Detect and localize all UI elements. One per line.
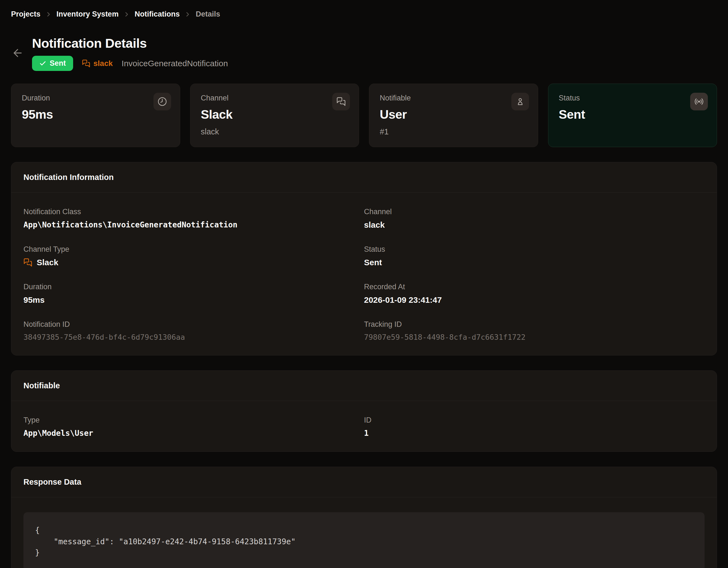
badge-row: Sent slack InvoiceGeneratedNotification: [32, 56, 228, 71]
field-label: Tracking ID: [364, 320, 705, 329]
stat-card-notifiable: Notifiable User #1: [369, 84, 538, 147]
stat-label: Channel: [201, 94, 349, 102]
stat-subtext: #1: [380, 127, 527, 136]
field-label: ID: [364, 416, 705, 424]
field-status: Status Sent: [364, 245, 705, 267]
field-label: Channel: [364, 208, 705, 216]
chat-bubbles-icon: [23, 258, 32, 267]
stat-subtext: slack: [201, 127, 349, 136]
channel-badge: slack: [82, 59, 113, 68]
notification-information-panel: Notification Information Notification Cl…: [11, 162, 717, 355]
stat-value: 95ms: [22, 107, 169, 122]
chevron-right-icon: [184, 11, 191, 18]
breadcrumb-item-details: Details: [196, 10, 220, 18]
field-notifiable-type: Type App\Models\User: [23, 416, 364, 438]
response-json-code: { "message_id": "a10b2497-e242-4b74-9158…: [23, 512, 705, 568]
field-value: slack: [364, 220, 705, 230]
field-channel-type: Channel Type Slack: [23, 245, 364, 267]
panel-title: Notifiable: [11, 371, 717, 401]
field-tracking-id: Tracking ID 79807e59-5818-4498-8cfa-d7c6…: [364, 320, 705, 341]
field-recorded-at: Recorded At 2026-01-09 23:41:47: [364, 283, 705, 305]
page-header: Notification Details Sent slack InvoiceG…: [11, 36, 717, 71]
notifiable-panel: Notifiable Type App\Models\User ID 1: [11, 370, 717, 452]
stat-label: Notifiable: [380, 94, 527, 102]
arrow-left-icon: [12, 47, 24, 59]
field-duration: Duration 95ms: [23, 283, 364, 305]
field-notification-id: Notification ID 38497385-75e8-476d-bf4c-…: [23, 320, 364, 341]
breadcrumb-item-inventory-system[interactable]: Inventory System: [57, 10, 119, 18]
notification-details-page: Projects Inventory System Notifications …: [0, 0, 728, 568]
stat-label: Duration: [22, 94, 169, 102]
stat-value: User: [380, 107, 527, 122]
field-label: Notification ID: [23, 320, 364, 329]
field-value: App\Models\User: [23, 429, 364, 438]
field-channel: Channel slack: [364, 208, 705, 230]
field-notification-class: Notification Class App\Notifications\Inv…: [23, 208, 364, 230]
notification-class-name: InvoiceGeneratedNotification: [122, 59, 228, 68]
chevron-right-icon: [123, 11, 130, 18]
field-value: Sent: [364, 258, 705, 267]
stat-value: Sent: [559, 107, 706, 122]
broadcast-icon: [690, 93, 708, 110]
breadcrumb: Projects Inventory System Notifications …: [11, 10, 717, 18]
field-value: 95ms: [23, 295, 364, 305]
stat-label: Status: [559, 94, 706, 102]
breadcrumb-item-notifications[interactable]: Notifications: [135, 10, 180, 18]
field-value: Slack: [23, 258, 364, 267]
field-label: Duration: [23, 283, 364, 291]
user-icon: [511, 93, 529, 110]
channel-badge-label: slack: [94, 59, 113, 68]
field-label: Recorded At: [364, 283, 705, 291]
clock-icon: [153, 93, 171, 110]
stat-card-channel: Channel Slack slack: [190, 84, 359, 147]
back-button[interactable]: [11, 47, 24, 60]
chat-bubbles-icon: [82, 59, 90, 68]
response-data-panel: Response Data { "message_id": "a10b2497-…: [11, 467, 717, 568]
field-value: 38497385-75e8-476d-bf4c-6d79c91306aa: [23, 333, 364, 341]
channel-type-label: Slack: [37, 258, 58, 267]
stat-cards: Duration 95ms Channel Slack slack Notifi…: [11, 84, 717, 147]
field-label: Channel Type: [23, 245, 364, 254]
panel-title: Notification Information: [11, 162, 717, 193]
panel-title: Response Data: [11, 467, 717, 497]
field-label: Status: [364, 245, 705, 254]
stat-card-duration: Duration 95ms: [11, 84, 180, 147]
status-badge-label: Sent: [50, 59, 66, 68]
field-value: App\Notifications\InvoiceGeneratedNotifi…: [23, 220, 364, 229]
page-title: Notification Details: [32, 36, 228, 51]
field-value: 1: [364, 429, 705, 438]
stat-card-status: Status Sent: [548, 84, 717, 147]
field-value: 2026-01-09 23:41:47: [364, 295, 705, 305]
field-label: Type: [23, 416, 364, 424]
status-badge: Sent: [32, 56, 73, 71]
field-label: Notification Class: [23, 208, 364, 216]
field-value: 79807e59-5818-4498-8cfa-d7c6631f1722: [364, 333, 705, 341]
stat-value: Slack: [201, 107, 349, 122]
check-icon: [39, 60, 46, 67]
chevron-right-icon: [45, 11, 52, 18]
field-notifiable-id: ID 1: [364, 416, 705, 438]
breadcrumb-item-projects[interactable]: Projects: [11, 10, 41, 18]
chat-bubbles-icon: [332, 93, 350, 110]
